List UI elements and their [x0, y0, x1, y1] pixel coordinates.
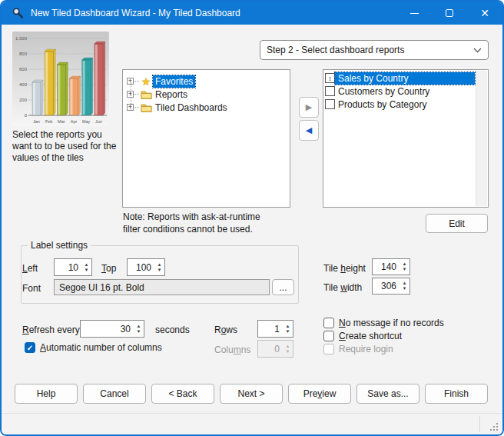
rows-label: Rows: [214, 325, 237, 335]
spin-down-icon[interactable]: ▼: [286, 329, 290, 334]
top-spinner[interactable]: 100 ▲▼: [127, 258, 165, 276]
tree-stub: [134, 81, 139, 82]
tree-item-label[interactable]: Reports: [153, 88, 190, 101]
star-icon: ★: [139, 75, 153, 88]
report-row-customers[interactable]: Customers by Country: [323, 85, 475, 98]
step-selector[interactable]: Step 2 - Select dashboard reports: [260, 40, 489, 60]
spin-up-icon[interactable]: ▲: [286, 324, 290, 329]
chevron-down-icon: [473, 45, 482, 55]
move-right-icon: ▶: [306, 102, 312, 112]
checkbox-icon: [323, 344, 334, 354]
help-button[interactable]: Help: [15, 384, 78, 404]
font-field: Segoe UI 16 pt. Bold: [54, 279, 270, 295]
spin-up-icon: ▲: [286, 344, 290, 349]
auto-columns-label: Automatic number of columns: [40, 342, 162, 353]
selected-reports-list: ↕ Sales by Country Customers by Country …: [323, 69, 489, 208]
tile-height-spinner[interactable]: 140 ▲▼: [372, 258, 410, 275]
require-login-option: Require login: [323, 344, 393, 354]
close-icon: ✕: [480, 8, 489, 18]
spin-up-icon[interactable]: ▲: [158, 262, 162, 268]
svg-text:Jun: Jun: [95, 119, 102, 124]
tree-connector-line: [131, 82, 131, 110]
save-as-button[interactable]: Save as...: [356, 384, 419, 404]
auto-columns-option[interactable]: Automatic number of columns: [25, 342, 162, 353]
tree-stub: [134, 107, 139, 108]
dialog-window: New Tiled Dashboard Wizard - My Tiled Da…: [0, 0, 504, 436]
left-label: Left: [22, 263, 38, 274]
finish-button[interactable]: Finish: [425, 384, 488, 404]
tree-item-tiled-dashboards[interactable]: + Tiled Dashboards: [127, 101, 290, 114]
reorder-handle-icon[interactable]: ↕: [325, 73, 335, 83]
remove-report-button[interactable]: ◀: [299, 120, 319, 141]
spin-down-icon[interactable]: ▼: [85, 268, 89, 273]
minimize-button[interactable]: [396, 2, 432, 25]
reorder-handle-icon[interactable]: [325, 86, 335, 96]
checkbox-icon[interactable]: [25, 342, 35, 353]
report-tree: + ★ Favorites + Reports + Tiled Dashboar…: [122, 69, 290, 208]
left-spinner[interactable]: 10 ▲▼: [54, 258, 92, 276]
refresh-value[interactable]: 30: [81, 321, 134, 337]
app-magnifier-icon: [11, 6, 25, 20]
cancel-button[interactable]: Cancel: [83, 384, 146, 404]
window-title: New Tiled Dashboard Wizard - My Tiled Da…: [31, 8, 240, 18]
maximize-button[interactable]: [432, 2, 467, 25]
edit-button[interactable]: Edit: [426, 214, 488, 233]
top-value[interactable]: 100: [128, 259, 154, 275]
label-settings-title: Label settings: [28, 240, 91, 251]
spin-up-icon[interactable]: ▲: [85, 262, 89, 268]
tile-width-spinner[interactable]: 306 ▲▼: [372, 278, 410, 295]
next-button[interactable]: Next >: [220, 384, 283, 404]
spin-down-icon[interactable]: ▼: [158, 268, 162, 273]
columns-label: Columns: [214, 344, 250, 355]
rows-value[interactable]: 1: [258, 321, 283, 337]
status-bar-separator: [479, 416, 480, 432]
add-report-button[interactable]: ▶: [299, 97, 319, 118]
spin-up-icon[interactable]: ▲: [137, 324, 141, 329]
rows-spinner[interactable]: 1 ▲▼: [257, 320, 293, 338]
reorder-handle-icon[interactable]: [325, 99, 335, 109]
tile-width-value[interactable]: 306: [373, 278, 400, 294]
report-label: Products by Category: [335, 98, 475, 111]
report-label: Sales by Country: [335, 72, 475, 85]
tree-item-favorites[interactable]: + ★ Favorites: [127, 75, 290, 88]
no-message-option[interactable]: No message if no records: [323, 318, 444, 328]
svg-text:Apr: Apr: [71, 119, 78, 124]
title-bar: New Tiled Dashboard Wizard - My Tiled Da…: [2, 2, 502, 25]
spin-down-icon: ▼: [286, 349, 290, 354]
close-button[interactable]: ✕: [467, 2, 502, 25]
left-value[interactable]: 10: [55, 259, 81, 275]
font-label: Font: [22, 283, 41, 294]
spin-down-icon[interactable]: ▼: [137, 329, 141, 334]
create-shortcut-label: Create shortcut: [339, 331, 402, 341]
report-row-products[interactable]: Products by Category: [323, 98, 475, 111]
font-browse-button[interactable]: ...: [272, 279, 294, 295]
intro-text: Select the reports you want to to be use…: [12, 129, 121, 164]
svg-text:600: 600: [19, 67, 28, 72]
columns-value: 0: [258, 341, 283, 357]
checkbox-icon[interactable]: [323, 318, 334, 328]
preview-button[interactable]: Preview: [288, 384, 351, 404]
refresh-spinner[interactable]: 30 ▲▼: [80, 320, 144, 338]
spin-up-icon[interactable]: ▲: [403, 261, 407, 267]
back-button[interactable]: < Back: [151, 384, 214, 404]
svg-text:0: 0: [25, 113, 28, 118]
svg-text:200: 200: [19, 98, 28, 102]
tile-height-value[interactable]: 140: [373, 259, 400, 275]
folder-icon: [139, 103, 153, 112]
tree-item-label[interactable]: Tiled Dashboards: [153, 102, 230, 114]
spin-down-icon[interactable]: ▼: [403, 267, 407, 272]
spin-down-icon[interactable]: ▼: [403, 286, 407, 291]
report-row-sales[interactable]: ↕ Sales by Country: [323, 72, 475, 85]
list-scrollbar[interactable]: [476, 71, 487, 206]
require-login-label: Require login: [339, 344, 393, 354]
create-shortcut-option[interactable]: Create shortcut: [323, 331, 402, 341]
resize-grip-icon[interactable]: [490, 423, 499, 431]
tree-item-reports[interactable]: + Reports: [127, 88, 290, 101]
svg-text:May: May: [82, 119, 91, 124]
checkbox-icon[interactable]: [323, 331, 334, 341]
spin-up-icon[interactable]: ▲: [403, 281, 407, 286]
tile-height-label: Tile height: [323, 263, 366, 274]
report-label: Customers by Country: [335, 85, 475, 98]
tree-item-label[interactable]: Favorites: [153, 75, 195, 88]
svg-text:Mar: Mar: [58, 119, 65, 124]
